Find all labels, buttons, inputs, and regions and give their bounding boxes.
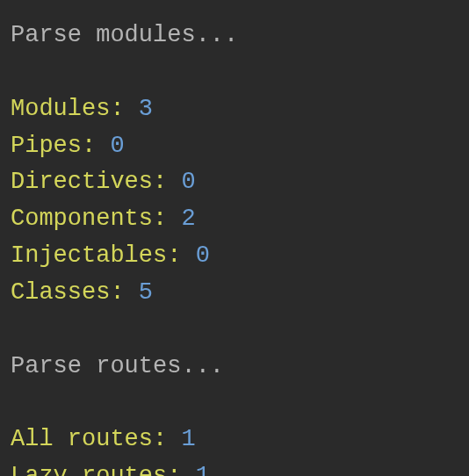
stat-row-modules: Modules: 3 — [11, 91, 458, 128]
stat-value: 3 — [139, 96, 153, 122]
stat-row-injectables: Injectables: 0 — [11, 238, 458, 275]
stat-value: 1 — [196, 463, 210, 476]
stat-row-directives: Directives: 0 — [11, 164, 458, 201]
stat-label: Directives: — [11, 169, 167, 195]
blank-line — [11, 54, 458, 91]
stat-value: 0 — [196, 242, 210, 269]
stat-row-classes: Classes: 5 — [11, 275, 458, 312]
stat-value: 0 — [181, 169, 195, 195]
stat-label: All routes: — [11, 426, 167, 452]
stat-value: 5 — [139, 279, 153, 306]
stat-label: Pipes: — [11, 133, 96, 159]
stat-row-all-routes: All routes: 1 — [11, 422, 458, 458]
stat-label: Components: — [11, 206, 167, 232]
stat-value: 2 — [181, 206, 195, 232]
status-text: Parse routes... — [11, 353, 224, 379]
stat-row-lazy-routes: Lazy routes: 1 — [11, 458, 458, 476]
stat-label: Modules: — [11, 96, 125, 122]
stat-label: Injectables: — [11, 242, 181, 269]
blank-line — [11, 312, 458, 349]
stat-value: 1 — [181, 426, 195, 452]
blank-line — [11, 385, 458, 422]
stat-value: 0 — [110, 133, 124, 159]
stat-label: Classes: — [11, 279, 125, 306]
stat-label: Lazy routes: — [11, 463, 181, 476]
parse-modules-header: Parse modules... — [11, 18, 458, 54]
stat-row-components: Components: 2 — [11, 201, 458, 238]
status-text: Parse modules... — [11, 22, 238, 48]
stat-row-pipes: Pipes: 0 — [11, 128, 458, 165]
parse-routes-header: Parse routes... — [11, 349, 458, 386]
